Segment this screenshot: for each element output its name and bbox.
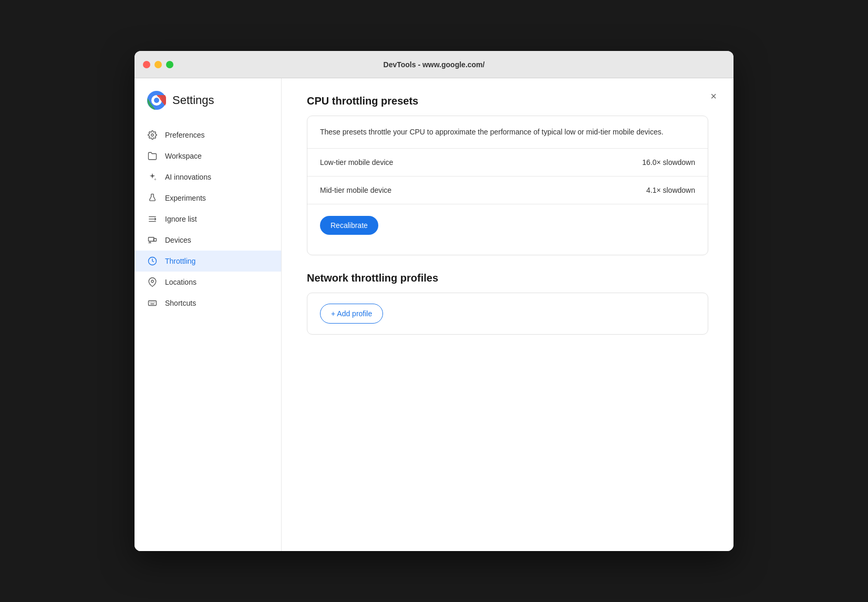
cpu-description: These presets throttle your CPU to appro… <box>320 127 695 138</box>
devices-icon <box>147 235 158 245</box>
experiments-label: Experiments <box>165 194 206 202</box>
mid-tier-row: Mid-tier mobile device 4.1× slowdown <box>320 177 695 204</box>
devices-label: Devices <box>165 236 191 244</box>
sidebar-item-locations[interactable]: Locations <box>135 272 281 293</box>
titlebar: DevTools - www.google.com/ <box>135 51 733 78</box>
cpu-section-title: CPU throttling presets <box>307 95 708 107</box>
svg-rect-11 <box>149 237 154 242</box>
flask-icon <box>147 193 158 203</box>
sparkle-icon <box>147 172 158 182</box>
sidebar-item-ignore-list[interactable]: Ignore list <box>135 209 281 230</box>
sidebar-header: Settings <box>135 91 281 124</box>
maximize-traffic-light[interactable] <box>166 61 173 68</box>
low-tier-label: Low-tier mobile device <box>320 158 393 167</box>
close-traffic-light[interactable] <box>143 61 150 68</box>
preferences-label: Preferences <box>165 131 204 139</box>
recalibrate-button[interactable]: Recalibrate <box>320 216 378 235</box>
sidebar-item-preferences[interactable]: Preferences <box>135 124 281 146</box>
window-title: DevTools - www.google.com/ <box>384 60 485 69</box>
low-tier-value: 16.0× slowdown <box>642 158 695 167</box>
locations-label: Locations <box>165 278 197 286</box>
gear-icon <box>147 130 158 140</box>
sidebar-item-experiments[interactable]: Experiments <box>135 188 281 209</box>
low-tier-row: Low-tier mobile device 16.0× slowdown <box>320 149 695 176</box>
folder-icon <box>147 151 158 161</box>
recalibrate-row: Recalibrate <box>320 204 695 244</box>
close-button[interactable]: × <box>706 89 721 103</box>
sidebar-item-shortcuts[interactable]: Shortcuts <box>135 293 281 314</box>
minimize-traffic-light[interactable] <box>154 61 162 68</box>
network-card: + Add profile <box>307 293 708 335</box>
keyboard-icon <box>147 298 158 308</box>
chrome-logo-icon <box>147 91 166 110</box>
pin-icon <box>147 277 158 287</box>
ignore-list-label: Ignore list <box>165 215 197 223</box>
sidebar-item-ai-innovations[interactable]: AI innovations <box>135 167 281 188</box>
svg-point-4 <box>151 134 154 137</box>
add-profile-button[interactable]: + Add profile <box>320 304 383 324</box>
ignore-icon <box>147 214 158 224</box>
throttling-label: Throttling <box>165 257 195 265</box>
settings-title: Settings <box>172 94 214 107</box>
svg-point-3 <box>154 98 159 103</box>
main-content: × CPU throttling presets These presets t… <box>282 78 733 551</box>
mid-tier-value: 4.1× slowdown <box>646 186 695 194</box>
network-section: Network throttling profiles + Add profil… <box>307 272 708 335</box>
svg-point-16 <box>151 280 154 283</box>
devtools-window: DevTools - www.google.com/ Settings <box>135 51 733 551</box>
sidebar-item-throttling[interactable]: Throttling <box>135 251 281 272</box>
svg-rect-17 <box>149 301 157 306</box>
cpu-section: CPU throttling presets These presets thr… <box>307 95 708 255</box>
workspace-label: Workspace <box>165 152 202 160</box>
ai-innovations-label: AI innovations <box>165 173 211 181</box>
sidebar-item-devices[interactable]: Devices <box>135 230 281 251</box>
throttle-icon <box>147 256 158 266</box>
sidebar: Settings Preferences Workspa <box>135 78 282 551</box>
traffic-lights <box>143 61 173 68</box>
shortcuts-label: Shortcuts <box>165 299 196 307</box>
cpu-card: These presets throttle your CPU to appro… <box>307 116 708 255</box>
mid-tier-label: Mid-tier mobile device <box>320 186 391 194</box>
content-area: Settings Preferences Workspa <box>135 78 733 551</box>
network-section-title: Network throttling profiles <box>307 272 708 284</box>
sidebar-item-workspace[interactable]: Workspace <box>135 146 281 167</box>
